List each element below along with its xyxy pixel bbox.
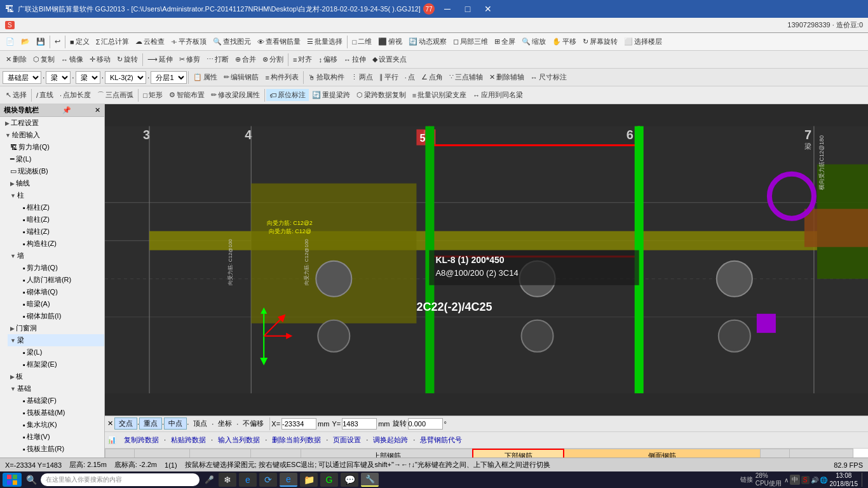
del-col-data-btn[interactable]: 删除当前列数据: [268, 435, 325, 445]
sidebar-item-wall-group[interactable]: ▼ 墙: [8, 250, 104, 262]
taskbar-ggjapp[interactable]: 🔧: [361, 473, 379, 487]
select-mode-btn[interactable]: ↖ 选择: [3, 89, 30, 101]
sidebar-item-block-rebar[interactable]: ▪砌体加筋(I): [20, 310, 104, 322]
select-floor-btn[interactable]: ⬜ 选择楼层: [621, 36, 665, 48]
modify-prop-btn[interactable]: ✏ 修改梁段属性: [208, 89, 263, 101]
smart-place-btn[interactable]: ⚙ 智能布置: [166, 89, 208, 101]
snap-cross-btn[interactable]: 交点: [114, 417, 137, 430]
taskbar-search[interactable]: 在这里输入你要搜索的内容: [41, 473, 200, 486]
microphone-btn[interactable]: 🎤: [202, 473, 216, 486]
y-input[interactable]: [342, 418, 377, 430]
sidebar-item-slab[interactable]: ▭ 现浇板(B): [8, 165, 104, 177]
two-point-btn[interactable]: ⋮ 两点: [348, 71, 376, 83]
property-btn[interactable]: 📋 属性: [190, 71, 220, 83]
sogou-icon[interactable]: S: [801, 476, 810, 484]
re-extract-btn[interactable]: 🔄 重提梁跨: [309, 89, 353, 101]
input-col-data-btn[interactable]: 输入当列数据: [214, 435, 264, 445]
sub-type-select[interactable]: 梁: [76, 71, 100, 84]
sidebar-item-raft[interactable]: ▪筏板基础(M): [20, 407, 104, 419]
snap-vertex-btn[interactable]: 顶点: [189, 417, 212, 430]
sidebar-item-shear-wall2[interactable]: ▪剪力墙(Q): [20, 262, 104, 274]
cad-drawing-area[interactable]: 3 4 5 5 6 7 梁: [105, 104, 868, 416]
merge-btn[interactable]: ⊕ 合并: [232, 53, 259, 65]
find-btn[interactable]: 🔍 查找图元: [210, 36, 254, 48]
new-btn[interactable]: 📄: [3, 36, 18, 47]
taskbar-folder-app[interactable]: 📁: [300, 473, 318, 487]
sidebar-item-beam[interactable]: ━ 梁(L): [8, 153, 104, 165]
sidebar-item-beam-l[interactable]: ▪梁(L): [20, 346, 104, 358]
sidebar-close[interactable]: ✕: [95, 106, 100, 114]
swap-start-btn[interactable]: 调换起始跨: [369, 435, 412, 445]
save-btn[interactable]: 💾: [33, 36, 48, 47]
sidebar-pin[interactable]: 📌: [62, 106, 71, 114]
undo-btn[interactable]: ↩: [51, 36, 64, 47]
pan-btn[interactable]: ✋ 平移: [549, 36, 580, 48]
sidebar-item-opening[interactable]: ▶ 门窗洞: [8, 322, 104, 334]
arc-btn[interactable]: ⌒ 三点画弧: [94, 89, 137, 101]
dynamic-btn[interactable]: 🔄 动态观察: [405, 36, 450, 48]
align-btn[interactable]: ≡ 对齐: [290, 53, 315, 65]
dim-btn[interactable]: ↔ 尺寸标注: [527, 71, 570, 83]
sidebar-item-beam-group[interactable]: ▼ 梁: [8, 334, 104, 346]
maximize-button[interactable]: □: [458, 0, 478, 18]
taskbar-circular-app[interactable]: ⟳: [259, 473, 277, 487]
layer-select[interactable]: 基础层: [3, 71, 41, 84]
orig-label-btn[interactable]: 🏷 原位标注: [266, 89, 309, 101]
break-btn[interactable]: ⋯ 打断: [203, 53, 232, 65]
sidebar-item-block-wall[interactable]: ▪砌体墙(Q): [20, 286, 104, 298]
floor-select[interactable]: 分层1: [151, 71, 187, 84]
cloud-btn[interactable]: ☁ 云检查: [132, 36, 168, 48]
cantilever-btn[interactable]: 悬臂钢筋代号: [416, 435, 466, 445]
sidebar-item-sump[interactable]: ▪集水坑(K): [20, 419, 104, 431]
sidebar-section-engineering[interactable]: ▶ 工程设置: [0, 117, 104, 129]
define-btn[interactable]: ■ 定义: [67, 36, 93, 48]
apply-same-btn[interactable]: ↔ 应用到同名梁: [470, 89, 526, 101]
2d-btn[interactable]: □ 二维: [349, 36, 375, 48]
element-type-select[interactable]: 梁: [46, 71, 71, 84]
level-btn[interactable]: ⟛ 平齐板顶: [168, 36, 210, 48]
local3d-btn[interactable]: ◻ 局部三维: [450, 36, 491, 48]
taskbar-ie2-app[interactable]: e: [280, 473, 297, 487]
top-view-btn[interactable]: ⬛ 俯视: [375, 36, 405, 48]
pick-btn[interactable]: 🖱 拾取构件: [305, 71, 348, 83]
move-btn[interactable]: ✛ 移动: [86, 53, 114, 65]
taskbar-green-app[interactable]: G: [320, 473, 338, 487]
x-input[interactable]: [281, 418, 316, 430]
component-list-btn[interactable]: ≡ 构件列表: [262, 71, 301, 83]
sidebar-item-slab-group[interactable]: ▶ 板: [8, 370, 104, 383]
batch-id-btn[interactable]: ≡ 批量识别梁支座: [409, 89, 470, 101]
split-btn[interactable]: ⊗ 分割: [259, 53, 287, 65]
taskbar-ie-app[interactable]: e: [239, 473, 257, 487]
sidebar-item-civil-wall[interactable]: ▪人防门框墙(R): [20, 274, 104, 286]
page-setup-btn[interactable]: 页面设置: [329, 435, 365, 445]
extend-btn[interactable]: ⟶ 延伸: [144, 53, 176, 65]
offset-btn[interactable]: ↕ 偏移: [315, 53, 341, 65]
snap-endpoint-btn[interactable]: 重点: [139, 417, 162, 430]
search-icon-btn[interactable]: 🔍: [24, 473, 38, 486]
sidebar-item-shear-wall[interactable]: 🏗 剪力墙(Q): [8, 141, 104, 153]
show-desktop-btn[interactable]: [862, 473, 865, 487]
parallel-btn[interactable]: ∥ 平行: [376, 71, 402, 83]
taskbar-snowflake-app[interactable]: ❄: [219, 473, 236, 487]
start-button[interactable]: [3, 473, 22, 487]
rect-btn[interactable]: □ 矩形: [140, 89, 166, 101]
copy-span-btn[interactable]: ⬡ 梁跨数据复制: [353, 89, 409, 101]
copy-span-data-btn[interactable]: 复制跨数据: [120, 435, 163, 445]
fullscreen-btn[interactable]: ⊞ 全屏: [491, 36, 519, 48]
three-point-btn[interactable]: ∵ 三点辅轴: [446, 71, 486, 83]
network-icon[interactable]: 🌐: [820, 477, 827, 484]
snap-nooffset-btn[interactable]: 不偏移: [238, 417, 268, 430]
snap-midpoint-btn[interactable]: 中点: [164, 417, 187, 430]
open-btn[interactable]: 📂: [18, 36, 33, 47]
sidebar-item-axis[interactable]: ▶ 轴线: [8, 177, 104, 189]
mirror-btn[interactable]: ↔ 镜像: [58, 53, 86, 65]
view-qty-btn[interactable]: 👁 查看钢筋量: [254, 36, 304, 48]
rotate-btn[interactable]: ↻ 旋转: [114, 53, 141, 65]
sidebar-item-found-beam[interactable]: ▪基础梁(F): [20, 395, 104, 407]
sidebar-item-struct-col[interactable]: ▪构造柱(Z): [20, 238, 104, 250]
sidebar-item-hidden-beam[interactable]: ▪暗梁(A): [20, 298, 104, 310]
sidebar-item-raft-main[interactable]: ▪筏板主筋(R): [20, 443, 104, 455]
volume-icon[interactable]: 🔊: [811, 477, 818, 484]
sidebar-item-end-col[interactable]: ▪端柱(Z): [20, 226, 104, 238]
point-len-btn[interactable]: · 点加长度: [57, 89, 94, 101]
